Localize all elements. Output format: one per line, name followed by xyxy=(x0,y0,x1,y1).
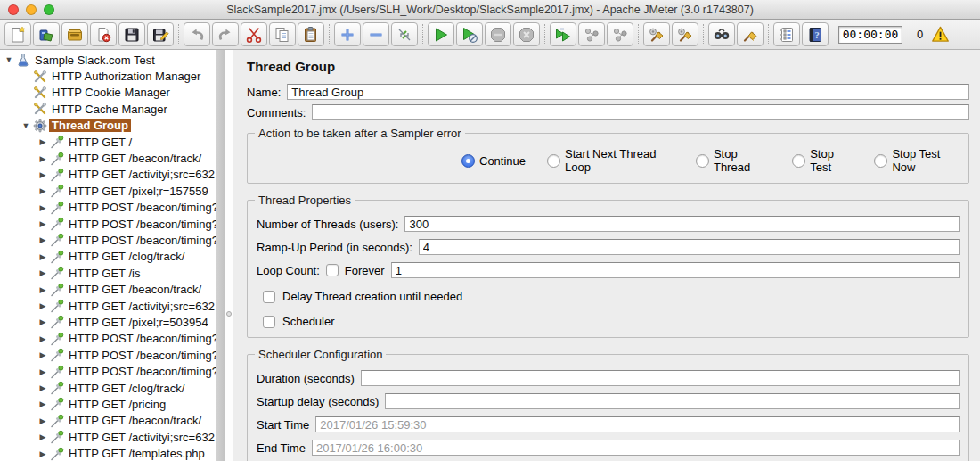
toggle-button[interactable] xyxy=(391,22,418,46)
tree-item[interactable]: ▶HTTP GET /beacon/track/ xyxy=(0,281,216,297)
expand-triangle-icon[interactable]: ▶ xyxy=(36,367,50,376)
start-button[interactable] xyxy=(428,22,454,46)
end-time-input[interactable] xyxy=(312,440,960,456)
shutdown-button[interactable] xyxy=(513,22,540,46)
radio-stop-test[interactable]: Stop Test xyxy=(792,147,853,174)
expand-triangle-icon[interactable]: ▶ xyxy=(36,449,50,458)
duration-input[interactable] xyxy=(361,370,960,386)
expand-all-button[interactable] xyxy=(334,22,361,46)
tree-item[interactable]: ▶HTTP POST /beacon/timing? xyxy=(0,216,216,232)
undo-button[interactable] xyxy=(184,22,210,46)
stop-button[interactable] xyxy=(485,22,511,46)
split-divider[interactable] xyxy=(225,50,233,461)
zoom-window-button[interactable] xyxy=(44,4,54,15)
save-button[interactable] xyxy=(118,22,145,46)
expand-triangle-icon[interactable]: ▶ xyxy=(36,268,50,277)
name-input[interactable] xyxy=(287,84,969,100)
collapse-triangle-icon[interactable]: ▼ xyxy=(19,121,33,130)
save-as-button[interactable] xyxy=(147,22,174,46)
num-threads-input[interactable] xyxy=(404,216,960,232)
tree-item[interactable]: ▶HTTP GET /activityi;src=632 xyxy=(0,298,216,314)
loop-count-input[interactable] xyxy=(391,262,960,278)
tree-item[interactable]: ▶HTTP GET /beacon/track/ xyxy=(0,413,216,429)
help-button[interactable]: ? xyxy=(802,22,829,46)
tree-item[interactable]: ▶HTTP GET / xyxy=(0,134,216,150)
redo-button[interactable] xyxy=(212,22,239,46)
radio-stop-thread[interactable]: Stop Thread xyxy=(696,147,771,174)
tree-item[interactable]: ▶HTTP GET /templates.php xyxy=(0,445,216,461)
search-button[interactable] xyxy=(708,22,735,46)
expand-triangle-icon[interactable]: ▶ xyxy=(36,252,50,261)
tree-item[interactable]: HTTP Cache Manager xyxy=(0,101,216,117)
expand-triangle-icon[interactable]: ▶ xyxy=(36,203,50,212)
tree-item[interactable]: HTTP Cookie Manager xyxy=(0,85,216,101)
tree-item[interactable]: ▶HTTP GET /pricing xyxy=(0,396,216,412)
radio-label: Continue xyxy=(479,154,526,168)
tree-item[interactable]: ▶HTTP POST /beacon/timing? xyxy=(0,363,216,379)
close-window-button[interactable] xyxy=(8,4,19,15)
radio-continue[interactable]: Continue xyxy=(461,147,526,174)
expand-triangle-icon[interactable]: ▶ xyxy=(36,301,50,310)
clear-all-button[interactable] xyxy=(672,22,698,46)
expand-triangle-icon[interactable]: ▶ xyxy=(36,383,50,392)
start-time-input[interactable] xyxy=(315,416,960,432)
radio-stop-test-now[interactable]: Stop Test Now xyxy=(874,147,960,174)
tree-item[interactable]: ▶HTTP POST /beacon/timing? xyxy=(0,347,216,363)
expand-triangle-icon[interactable]: ▶ xyxy=(36,170,50,179)
collapse-triangle-icon[interactable]: ▼ xyxy=(2,55,16,64)
tree-item[interactable]: HTTP Authorization Manager xyxy=(0,68,216,84)
expand-triangle-icon[interactable]: ▶ xyxy=(36,317,50,326)
tree-item[interactable]: ▶HTTP POST /beacon/timing? xyxy=(0,232,216,248)
collapse-all-button[interactable] xyxy=(363,22,389,46)
function-helper-button[interactable] xyxy=(773,22,800,46)
paste-button[interactable] xyxy=(298,22,324,46)
scheduler-checkbox[interactable] xyxy=(263,316,275,328)
expand-triangle-icon[interactable]: ▶ xyxy=(36,416,50,425)
expand-triangle-icon[interactable]: ▶ xyxy=(36,186,50,195)
threadgroup-icon xyxy=(33,119,49,133)
tree-item[interactable]: ▶HTTP GET /pixel;r=157559 xyxy=(0,183,216,199)
tree-item[interactable]: ▶HTTP GET /is xyxy=(0,265,216,281)
expand-triangle-icon[interactable]: ▶ xyxy=(36,399,50,408)
clear-button[interactable] xyxy=(643,22,670,46)
templates-button[interactable] xyxy=(33,22,60,46)
tree-item[interactable]: ▶HTTP GET /pixel;r=503954 xyxy=(0,314,216,330)
new-button[interactable] xyxy=(4,22,31,46)
expand-triangle-icon[interactable]: ▶ xyxy=(36,285,50,294)
warning-icon[interactable] xyxy=(931,26,950,43)
tree-item[interactable]: ▶HTTP GET /clog/track/ xyxy=(0,380,216,396)
delay-thread-creation-checkbox[interactable] xyxy=(263,291,275,303)
tree-scrollbar[interactable] xyxy=(216,50,225,461)
startup-delay-input[interactable] xyxy=(385,393,960,409)
split-handle-icon[interactable] xyxy=(226,311,232,317)
remote-stop-all-button[interactable] xyxy=(578,22,605,46)
tree-item[interactable]: ▶HTTP GET /beacon/track/ xyxy=(0,150,216,166)
close-button[interactable] xyxy=(90,22,117,46)
tree-item[interactable]: ▶HTTP GET /activityi;src=632 xyxy=(0,167,216,183)
copy-button[interactable] xyxy=(269,22,296,46)
cut-button[interactable] xyxy=(241,22,267,46)
remote-shutdown-all-button[interactable] xyxy=(607,22,633,46)
expand-triangle-icon[interactable]: ▶ xyxy=(36,235,50,244)
expand-triangle-icon[interactable]: ▶ xyxy=(36,350,50,359)
rampup-input[interactable] xyxy=(419,239,960,255)
search-reset-button[interactable] xyxy=(737,22,764,46)
tree-item[interactable]: ▼Thread Group xyxy=(0,118,216,134)
expand-triangle-icon[interactable]: ▶ xyxy=(36,137,50,146)
tree-item[interactable]: ▶HTTP POST /beacon/timing? xyxy=(0,331,216,347)
tree-item[interactable]: ▶HTTP POST /beacon/timing? xyxy=(0,200,216,216)
expand-triangle-icon[interactable]: ▶ xyxy=(36,219,50,228)
expand-triangle-icon[interactable]: ▶ xyxy=(36,154,50,163)
remote-start-all-button[interactable] xyxy=(550,22,576,46)
tree-item[interactable]: ▶HTTP GET /activityi;src=632 xyxy=(0,429,216,445)
expand-triangle-icon[interactable]: ▶ xyxy=(36,334,50,343)
radio-start-next-thread-loop[interactable]: Start Next Thread Loop xyxy=(547,147,674,174)
minimize-window-button[interactable] xyxy=(26,4,37,15)
tree-item[interactable]: ▼Sample Slack.com Test xyxy=(0,52,216,68)
forever-checkbox[interactable] xyxy=(326,264,339,276)
comments-input[interactable] xyxy=(312,104,969,120)
tree-item[interactable]: ▶HTTP GET /clog/track/ xyxy=(0,249,216,265)
start-no-timers-button[interactable] xyxy=(456,22,483,46)
open-button[interactable] xyxy=(61,22,88,46)
expand-triangle-icon[interactable]: ▶ xyxy=(36,432,50,441)
